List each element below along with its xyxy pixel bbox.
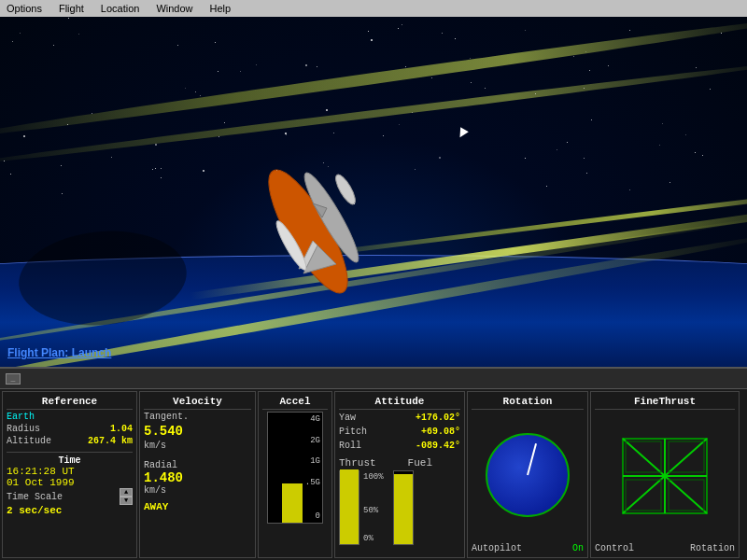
date-value: 01 Oct 1999 — [7, 477, 133, 488]
altitude-row: Altitude 267.4 km — [7, 436, 133, 446]
menu-flight[interactable]: Flight — [56, 2, 87, 15]
star — [161, 177, 162, 178]
autopilot-row: Autopilot On — [472, 543, 584, 553]
pitch-label: Pitch — [339, 427, 367, 437]
star — [10, 174, 11, 175]
roll-label: Roll — [339, 441, 361, 451]
menu-help[interactable]: Help — [207, 2, 234, 15]
tangent-unit: km/s — [144, 441, 166, 451]
menu-options[interactable]: Options — [4, 2, 45, 15]
bars-container: 100% 50% 0% — [339, 470, 460, 545]
accel-header: Accel — [262, 396, 328, 410]
control-row: Control Rotation — [595, 543, 735, 553]
thrust-fuel-section: Thrust Fuel — [339, 457, 460, 469]
accel-chart: 4G 2G 1G .5G 0 — [267, 412, 323, 524]
radial-label-row: Radial — [144, 460, 251, 470]
star — [61, 165, 62, 166]
timescale-value: 2 sec/sec — [7, 505, 133, 516]
reference-header: Reference — [7, 396, 133, 410]
star — [470, 58, 471, 59]
fuel-col-label: Fuel — [408, 457, 432, 469]
rotation-label: Rotation — [690, 543, 735, 553]
scale-down-button[interactable]: ▼ — [120, 497, 133, 505]
star — [195, 91, 196, 92]
star — [23, 135, 25, 137]
control-label: Control — [595, 543, 634, 553]
fuel-bar — [394, 474, 413, 544]
accel-2g: 2G — [310, 436, 320, 445]
pitch-row: Pitch +69.08° — [339, 426, 460, 438]
accel-p5g: .5G — [305, 478, 320, 487]
earth-label: Earth — [7, 412, 35, 422]
finethrust-panel: FineThrust — [590, 391, 740, 558]
shuttle — [224, 138, 411, 328]
yaw-value: +176.02° — [416, 413, 460, 423]
scale-up-button[interactable]: ▲ — [120, 488, 133, 497]
earth-row: Earth — [7, 412, 133, 422]
minimize-button[interactable]: _ — [6, 373, 21, 385]
star — [185, 88, 186, 89]
pct-50-label: 50% — [363, 506, 378, 515]
radial-unit: km/s — [144, 485, 166, 496]
dashboard: _ Reference Earth Radius 1.04 Altitude 2… — [0, 367, 747, 560]
radius-label: Radius — [7, 424, 40, 434]
autopilot-label: Autopilot — [472, 543, 522, 553]
pct-100-label: 100% — [363, 472, 384, 482]
attitude-panel: Attitude Yaw +176.02° Pitch +69.08° Roll… — [334, 391, 465, 558]
star — [525, 158, 526, 159]
star — [439, 157, 441, 159]
tangent-value: 5.540 — [144, 424, 183, 439]
tangent-label-row: Tangent. — [144, 412, 251, 422]
tangent-label: Tangent. — [144, 412, 189, 422]
rotation-header: Rotation — [472, 396, 584, 410]
star — [685, 134, 686, 135]
radial-section: Radial 1.480 km/s — [144, 460, 251, 496]
menu-location[interactable]: Location — [98, 2, 143, 15]
timescale-row: Time Scale ▲ ▼ — [7, 488, 133, 505]
fuel-bar-container — [393, 470, 414, 545]
star — [659, 145, 660, 146]
star — [431, 77, 432, 78]
star — [155, 168, 156, 169]
accel-4g: 4G — [310, 414, 320, 424]
yaw-row: Yaw +176.02° — [339, 412, 460, 424]
scale-arrows[interactable]: ▲ ▼ — [120, 488, 133, 505]
menu-window[interactable]: Window — [153, 2, 195, 15]
rotation-panel: Rotation Autopilot On — [467, 391, 588, 558]
star — [218, 71, 218, 72]
star — [68, 18, 69, 19]
altitude-value: 267.4 km — [88, 436, 133, 446]
time-section: Time 16:21:28 UT 01 Oct 1999 Time Scale … — [7, 452, 133, 516]
accel-0g: 0 — [316, 511, 320, 521]
yaw-label: Yaw — [339, 413, 356, 423]
timescale-label: Time Scale — [7, 492, 63, 502]
star — [240, 71, 241, 72]
finethrust-header: FineThrust — [595, 396, 735, 410]
pct-0-label: 0% — [363, 534, 374, 543]
attitude-header: Attitude — [339, 396, 460, 410]
fuel-bar-group — [393, 470, 414, 545]
altitude-label: Altitude — [7, 436, 51, 446]
velocity-header: Velocity — [144, 396, 251, 410]
radius-row: Radius 1.04 — [7, 424, 133, 434]
radial-value-row: 1.480 — [144, 470, 251, 485]
roll-row: Roll -089.42° — [339, 440, 460, 452]
star — [177, 45, 178, 46]
star — [285, 133, 287, 134]
star — [608, 65, 609, 66]
svg-point-2 — [332, 172, 359, 206]
accel-bar — [282, 483, 303, 523]
thrust-col-label: Thrust — [339, 457, 376, 469]
finethrust-cross-container — [595, 412, 735, 539]
viewport: Flight Plan: Launch — [0, 17, 747, 367]
star — [67, 124, 68, 125]
tangent-unit-row: km/s — [144, 441, 251, 451]
rotation-indicator — [527, 443, 537, 475]
dashboard-columns: Reference Earth Radius 1.04 Altitude 267… — [0, 389, 747, 560]
radial-unit-row: km/s — [144, 485, 251, 496]
star — [12, 41, 13, 42]
star — [589, 70, 590, 71]
roll-value: -089.42° — [416, 441, 460, 451]
radius-value: 1.04 — [110, 424, 133, 434]
time-value: 16:21:28 UT — [7, 466, 133, 477]
